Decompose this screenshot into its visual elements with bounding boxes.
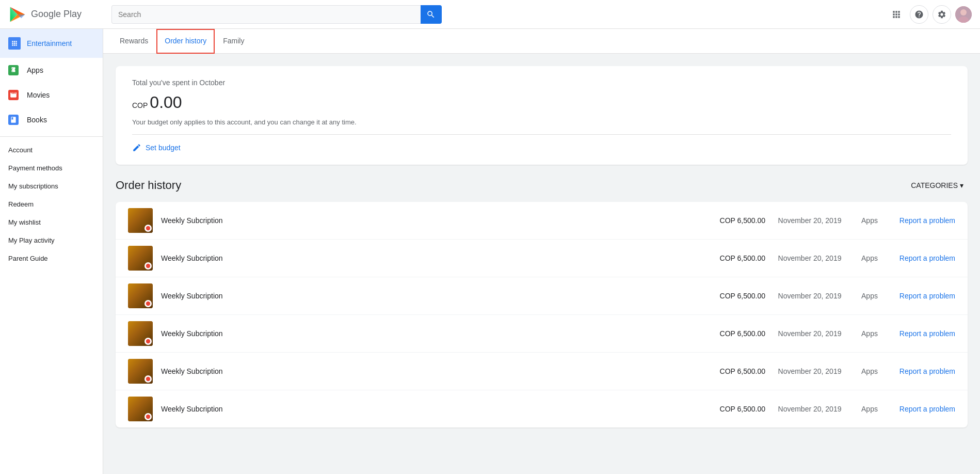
order-thumbnail bbox=[128, 397, 153, 421]
order-category: Apps bbox=[854, 254, 885, 262]
entertainment-label: Entertainment bbox=[27, 39, 72, 48]
search-button[interactable] bbox=[421, 5, 442, 24]
order-thumbnail bbox=[128, 359, 153, 384]
header-right bbox=[887, 5, 972, 24]
tab-rewards[interactable]: Rewards bbox=[111, 29, 156, 54]
categories-button[interactable]: CATEGORIES ▾ bbox=[907, 177, 968, 194]
svg-point-11 bbox=[146, 377, 150, 381]
order-history-section: Order history CATEGORIES ▾ Weekly Subcri… bbox=[116, 177, 968, 428]
thumb-badge-icon bbox=[144, 338, 152, 345]
svg-point-12 bbox=[146, 415, 150, 419]
search-input[interactable] bbox=[111, 5, 421, 24]
order-price: COP 6,500.00 bbox=[703, 367, 765, 375]
sidebar-divider bbox=[0, 136, 103, 137]
order-date: November 20, 2019 bbox=[774, 292, 846, 300]
order-name: Weekly Subcription bbox=[161, 292, 695, 300]
order-thumbnail bbox=[128, 208, 153, 233]
order-date: November 20, 2019 bbox=[774, 216, 846, 225]
entertainment-grid-icon bbox=[11, 40, 18, 47]
svg-point-5 bbox=[960, 9, 967, 15]
movies-icon bbox=[8, 90, 19, 100]
help-icon bbox=[914, 10, 924, 19]
order-price: COP 6,500.00 bbox=[703, 292, 765, 300]
grid-apps-button[interactable] bbox=[887, 5, 906, 24]
report-problem-link[interactable]: Report a problem bbox=[893, 216, 955, 225]
report-problem-link[interactable]: Report a problem bbox=[893, 367, 955, 375]
svg-point-8 bbox=[146, 264, 150, 268]
report-problem-link[interactable]: Report a problem bbox=[893, 329, 955, 338]
order-row: Weekly Subcription COP 6,500.00 November… bbox=[116, 277, 968, 315]
report-problem-link[interactable]: Report a problem bbox=[893, 254, 955, 262]
settings-button[interactable] bbox=[933, 5, 951, 24]
order-row: Weekly Subcription COP 6,500.00 November… bbox=[116, 240, 968, 277]
sidebar-link-redeem[interactable]: Redeem bbox=[0, 195, 103, 213]
order-thumbnail bbox=[128, 321, 153, 346]
order-price: COP 6,500.00 bbox=[703, 405, 765, 413]
order-date: November 20, 2019 bbox=[774, 254, 846, 262]
main-content: Rewards Order history Family Total you'v… bbox=[103, 29, 980, 474]
sidebar-item-movies[interactable]: Movies bbox=[0, 83, 103, 107]
order-name: Weekly Subcription bbox=[161, 329, 695, 338]
chevron-down-icon: ▾ bbox=[960, 181, 963, 189]
categories-label: CATEGORIES bbox=[911, 181, 958, 189]
entertainment-icon bbox=[8, 37, 21, 50]
header: Google Play bbox=[0, 0, 980, 29]
order-name: Weekly Subcription bbox=[161, 216, 695, 225]
books-label: Books bbox=[27, 116, 47, 124]
movies-label: Movies bbox=[27, 91, 50, 99]
order-thumbnail bbox=[128, 283, 153, 308]
tab-order-history[interactable]: Order history bbox=[156, 29, 215, 54]
logo-area: Google Play bbox=[8, 5, 111, 24]
content-area: Total you've spent in October COP 0.00 Y… bbox=[103, 54, 980, 474]
report-problem-link[interactable]: Report a problem bbox=[893, 292, 955, 300]
thumb-badge-icon bbox=[144, 262, 152, 270]
order-price: COP 6,500.00 bbox=[703, 254, 765, 262]
order-history-header: Order history CATEGORIES ▾ bbox=[116, 177, 968, 194]
tab-bar: Rewards Order history Family bbox=[103, 29, 980, 54]
sidebar-link-my-subscriptions[interactable]: My subscriptions bbox=[0, 177, 103, 195]
order-category: Apps bbox=[854, 367, 885, 375]
set-budget-label: Set budget bbox=[146, 144, 181, 152]
order-price: COP 6,500.00 bbox=[703, 329, 765, 338]
budget-currency: COP bbox=[132, 101, 148, 109]
svg-point-7 bbox=[146, 226, 150, 230]
sidebar-item-books[interactable]: Books bbox=[0, 107, 103, 132]
set-budget-link[interactable]: Set budget bbox=[132, 143, 951, 152]
logo-text: Google Play bbox=[31, 9, 82, 20]
budget-amount: COP 0.00 bbox=[132, 93, 951, 112]
budget-card: Total you've spent in October COP 0.00 Y… bbox=[116, 66, 968, 165]
budget-divider bbox=[132, 134, 951, 135]
sidebar-link-my-wishlist[interactable]: My wishlist bbox=[0, 213, 103, 231]
thumb-badge-icon bbox=[144, 375, 152, 383]
budget-value: 0.00 bbox=[150, 93, 182, 112]
thumb-badge-icon bbox=[144, 225, 152, 232]
sidebar-link-payment-methods[interactable]: Payment methods bbox=[0, 159, 103, 177]
tab-family[interactable]: Family bbox=[215, 29, 252, 54]
sidebar-link-my-play-activity[interactable]: My Play activity bbox=[0, 231, 103, 249]
sidebar: Entertainment Apps Movies bbox=[0, 29, 103, 474]
order-price: COP 6,500.00 bbox=[703, 216, 765, 225]
avatar[interactable] bbox=[955, 6, 972, 23]
order-category: Apps bbox=[854, 292, 885, 300]
google-play-logo-icon bbox=[8, 5, 27, 24]
help-button[interactable] bbox=[910, 5, 928, 24]
settings-icon bbox=[937, 10, 946, 19]
sidebar-item-entertainment[interactable]: Entertainment bbox=[0, 29, 103, 58]
grid-icon bbox=[891, 9, 902, 20]
order-list: Weekly Subcription COP 6,500.00 November… bbox=[116, 202, 968, 428]
search-area bbox=[111, 5, 442, 24]
thumb-badge-icon bbox=[144, 300, 152, 307]
thumb-badge-icon bbox=[144, 413, 152, 420]
sidebar-item-apps[interactable]: Apps bbox=[0, 58, 103, 83]
sidebar-link-parent-guide[interactable]: Parent Guide bbox=[0, 249, 103, 267]
order-date: November 20, 2019 bbox=[774, 329, 846, 338]
order-history-title: Order history bbox=[116, 179, 181, 192]
order-row: Weekly Subcription COP 6,500.00 November… bbox=[116, 390, 968, 428]
order-row: Weekly Subcription COP 6,500.00 November… bbox=[116, 315, 968, 353]
report-problem-link[interactable]: Report a problem bbox=[893, 405, 955, 413]
svg-point-10 bbox=[146, 339, 150, 343]
order-category: Apps bbox=[854, 329, 885, 338]
sidebar-link-account[interactable]: Account bbox=[0, 141, 103, 159]
books-icon bbox=[8, 115, 19, 125]
apps-label: Apps bbox=[27, 66, 43, 74]
